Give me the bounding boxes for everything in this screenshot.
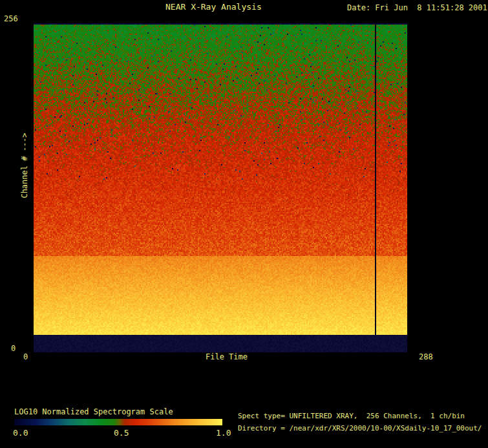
colorbar-tick-1: 1.0 — [216, 429, 231, 438]
date-label: Date: Fri Jun 8 11:51:28 2001 — [347, 3, 487, 12]
x-axis-max-label: 288 — [419, 352, 433, 361]
x-axis-min-label: 0 — [23, 352, 28, 361]
directory-label: Directory = /near/xdr/XRS/2000/10-00/XSd… — [238, 424, 482, 433]
colorbar-tick-0: 0.0 — [13, 429, 28, 438]
page-title: NEAR X-Ray Analysis — [165, 3, 262, 12]
colorbar-tick-05: 0.5 — [114, 429, 129, 438]
colorbar-title: LOG10 Normalized Spectrogram Scale — [14, 407, 173, 416]
y-axis-min-label: 0 — [11, 344, 16, 353]
y-axis-title: Channel # ---> — [20, 133, 29, 198]
x-axis-title: File Time — [206, 352, 248, 361]
y-axis-max-label: 256 — [4, 14, 18, 23]
spectrogram-canvas — [34, 23, 407, 352]
colorbar-canvas — [14, 419, 222, 425]
near-xray-analysis-window: NEAR X-Ray Analysis Date: Fri Jun 8 11:5… — [0, 0, 488, 448]
spect-type-label: Spect type= UNFILTERED XRAY, 256 Channel… — [238, 412, 465, 421]
